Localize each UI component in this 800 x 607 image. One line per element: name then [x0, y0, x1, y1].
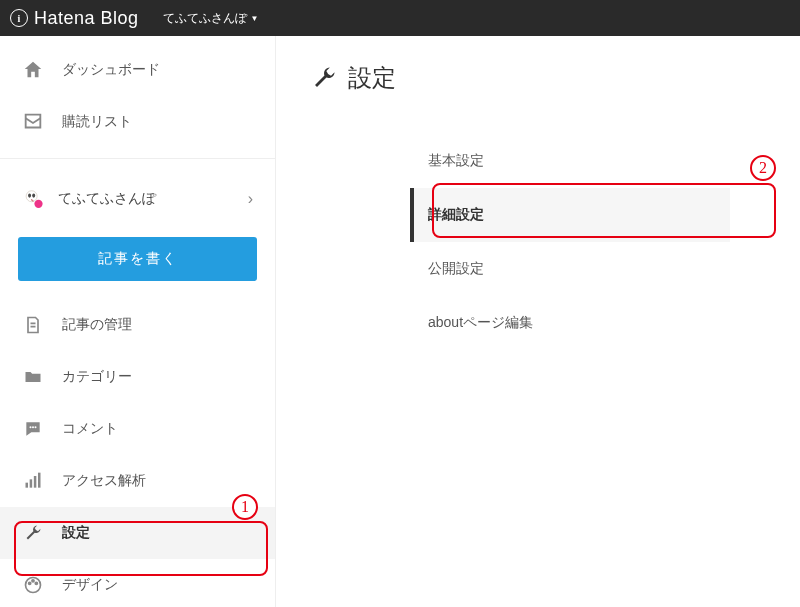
svg-point-2	[32, 194, 35, 198]
submenu-label: aboutページ編集	[428, 314, 533, 332]
sidebar-item-label: カテゴリー	[62, 368, 132, 386]
logo-text[interactable]: Hatena Blog	[34, 8, 139, 29]
sidebar-item-label: 記事の管理	[62, 316, 132, 334]
svg-point-1	[28, 194, 31, 198]
bar-chart-icon	[22, 470, 44, 492]
sidebar-item-categories[interactable]: カテゴリー	[0, 351, 275, 403]
sidebar-item-label: ダッシュボード	[62, 61, 160, 79]
wrench-icon	[22, 522, 44, 544]
svg-point-12	[29, 582, 31, 584]
submenu-item-publish[interactable]: 公開設定	[410, 242, 730, 296]
chevron-right-icon: ›	[248, 190, 253, 208]
folder-icon	[22, 366, 44, 388]
submenu-label: 公開設定	[428, 260, 484, 278]
sidebar-item-label: アクセス解析	[62, 472, 146, 490]
sidebar-item-manage-posts[interactable]: 記事の管理	[0, 299, 275, 351]
submenu-label: 詳細設定	[428, 206, 484, 224]
sidebar-item-label: 購読リスト	[62, 113, 132, 131]
sidebar-item-label: デザイン	[62, 576, 118, 594]
write-post-label: 記事を書く	[98, 250, 178, 268]
inbox-icon	[22, 111, 44, 133]
settings-submenu: 基本設定 詳細設定 公開設定 aboutページ編集	[310, 134, 766, 350]
svg-point-13	[32, 580, 34, 582]
divider	[0, 158, 275, 159]
submenu-label: 基本設定	[428, 152, 484, 170]
svg-point-6	[35, 426, 37, 428]
sidebar-item-design[interactable]: デザイン	[0, 559, 275, 607]
sidebar-item-dashboard[interactable]: ダッシュボード	[0, 44, 275, 96]
svg-point-3	[34, 200, 42, 208]
svg-rect-10	[38, 473, 41, 488]
comment-icon	[22, 418, 44, 440]
submenu-item-about[interactable]: aboutページ編集	[410, 296, 730, 350]
sidebar-item-comments[interactable]: コメント	[0, 403, 275, 455]
svg-point-5	[32, 426, 34, 428]
sidebar: ダッシュボード 購読リスト てふてふさんぽ	[0, 36, 276, 607]
sidebar-item-subscriptions[interactable]: 購読リスト	[0, 96, 275, 148]
sidebar-item-label: コメント	[62, 420, 118, 438]
home-icon	[22, 59, 44, 81]
content-area: 設定 基本設定 詳細設定 公開設定 aboutページ編集	[276, 36, 800, 607]
sidebar-blog-label: てふてふさんぽ	[58, 190, 156, 208]
svg-point-14	[35, 582, 37, 584]
avatar-icon	[22, 188, 44, 210]
blog-selector[interactable]: てふてふさんぽ ▼	[163, 10, 259, 27]
palette-icon	[22, 574, 44, 596]
document-icon	[22, 314, 44, 336]
annotation-circle-2: 2	[750, 155, 776, 181]
blog-selector-label: てふてふさんぽ	[163, 10, 247, 27]
svg-rect-8	[30, 479, 33, 487]
svg-point-4	[30, 426, 32, 428]
sidebar-item-label: 設定	[62, 524, 90, 542]
write-post-button[interactable]: 記事を書く	[18, 237, 257, 281]
top-bar: i Hatena Blog てふてふさんぽ ▼	[0, 0, 800, 36]
svg-rect-7	[26, 483, 29, 488]
caret-down-icon: ▼	[251, 14, 259, 23]
page-title-row: 設定	[310, 62, 766, 94]
wrench-icon	[310, 64, 338, 92]
sidebar-blog-selector[interactable]: てふてふさんぽ ›	[0, 173, 275, 225]
svg-rect-9	[34, 476, 37, 488]
submenu-item-advanced[interactable]: 詳細設定	[410, 188, 730, 242]
submenu-item-basic[interactable]: 基本設定	[410, 134, 730, 188]
annotation-circle-1: 1	[232, 494, 258, 520]
hatena-logo-icon: i	[10, 9, 28, 27]
page-title: 設定	[348, 62, 396, 94]
